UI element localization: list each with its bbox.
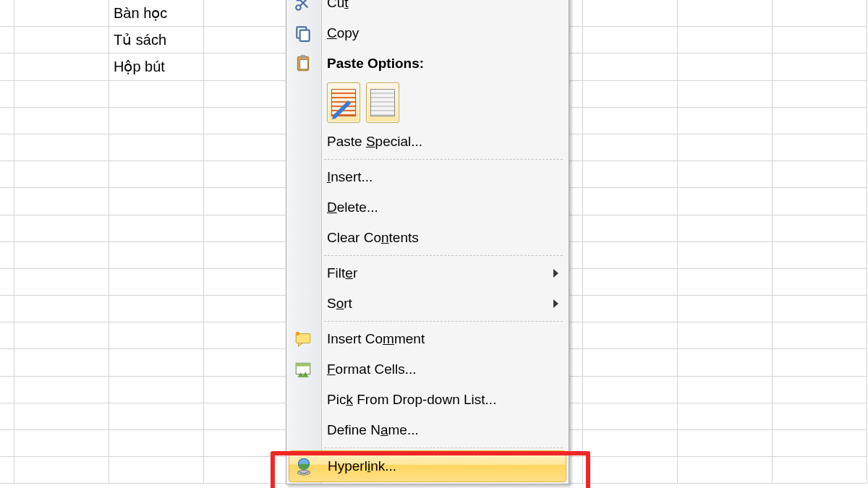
cell[interactable] (14, 215, 109, 242)
cell[interactable] (204, 322, 299, 349)
menu-item-cut[interactable]: Cut (286, 0, 569, 18)
cell[interactable] (109, 188, 204, 215)
cell[interactable] (773, 108, 867, 134)
cell[interactable] (109, 269, 204, 296)
cell[interactable] (0, 188, 14, 215)
cell[interactable] (109, 81, 204, 108)
menu-item-clear-contents[interactable]: Clear Contents (286, 223, 569, 253)
menu-item-copy[interactable]: Copy (286, 18, 569, 48)
cell[interactable] (583, 161, 678, 188)
cell[interactable] (678, 108, 773, 134)
cell[interactable] (773, 403, 867, 430)
cell[interactable] (204, 430, 299, 457)
cell[interactable] (14, 242, 109, 269)
cell[interactable] (204, 81, 299, 108)
cell[interactable] (678, 242, 773, 269)
menu-item-format-cells[interactable]: Format Cells... (286, 354, 569, 385)
cell[interactable] (14, 0, 109, 27)
cell[interactable] (583, 188, 678, 215)
cell[interactable] (14, 296, 109, 322)
cell[interactable] (0, 377, 14, 403)
cell[interactable] (583, 81, 678, 108)
menu-item-insert[interactable]: Insert... (286, 162, 569, 192)
cell[interactable] (14, 403, 109, 430)
cell[interactable] (583, 296, 678, 322)
cell[interactable] (14, 269, 109, 296)
cell[interactable] (583, 377, 678, 403)
cell[interactable] (0, 430, 14, 457)
cell[interactable] (583, 27, 678, 53)
cell[interactable] (583, 403, 678, 430)
cell[interactable] (109, 377, 204, 403)
cell[interactable] (14, 27, 109, 53)
cell[interactable] (773, 81, 867, 108)
cell[interactable]: Bàn học (109, 0, 204, 27)
cell[interactable] (204, 108, 299, 134)
cell[interactable] (773, 457, 867, 484)
cell[interactable] (0, 349, 14, 376)
cell[interactable] (14, 53, 109, 80)
cell[interactable] (0, 457, 14, 484)
cell[interactable] (204, 403, 299, 430)
cell[interactable] (678, 81, 773, 108)
menu-item-pick-from-list[interactable]: Pick From Drop-down List... (286, 385, 569, 415)
cell[interactable] (109, 457, 204, 484)
cell[interactable] (583, 0, 678, 27)
cell[interactable] (678, 188, 773, 215)
cell[interactable] (204, 215, 299, 242)
menu-item-sort[interactable]: Sort (286, 288, 569, 319)
cell[interactable] (14, 322, 109, 349)
cell[interactable] (583, 349, 678, 376)
cell[interactable] (678, 53, 773, 80)
cell[interactable] (773, 269, 867, 296)
cell[interactable] (678, 134, 773, 161)
cell[interactable] (204, 242, 299, 269)
cell[interactable] (204, 188, 299, 215)
cell[interactable] (678, 161, 773, 188)
cell[interactable] (109, 430, 204, 457)
cell[interactable] (773, 0, 867, 27)
cell[interactable] (678, 377, 773, 403)
cell[interactable] (14, 161, 109, 188)
cell[interactable] (14, 81, 109, 108)
cell[interactable] (773, 322, 867, 349)
cell[interactable] (0, 161, 14, 188)
cell[interactable] (773, 242, 867, 269)
cell[interactable] (14, 108, 109, 134)
cell[interactable] (0, 108, 14, 134)
cell[interactable] (678, 27, 773, 53)
cell[interactable] (583, 322, 678, 349)
cell[interactable] (773, 215, 867, 242)
menu-item-define-name[interactable]: Define Name... (286, 415, 569, 445)
cell[interactable] (109, 242, 204, 269)
menu-item-insert-comment[interactable]: Insert Comment (286, 324, 569, 354)
cell[interactable]: Tủ sách (109, 27, 204, 53)
cell[interactable] (14, 457, 109, 484)
cell[interactable] (204, 296, 299, 322)
cell[interactable] (0, 134, 14, 161)
cell[interactable] (204, 269, 299, 296)
paste-keep-formatting-icon[interactable] (327, 82, 360, 123)
cell[interactable] (773, 430, 867, 457)
cell[interactable] (773, 53, 867, 80)
menu-item-hyperlink[interactable]: Hyperlink... (289, 450, 566, 482)
cell[interactable] (204, 457, 299, 484)
cell[interactable] (204, 349, 299, 376)
cell[interactable] (109, 296, 204, 322)
cell[interactable] (109, 403, 204, 430)
cell[interactable] (14, 349, 109, 376)
cell[interactable] (109, 161, 204, 188)
cell[interactable] (14, 377, 109, 403)
cell[interactable] (0, 269, 14, 296)
cell[interactable] (583, 108, 678, 134)
cell[interactable] (678, 403, 773, 430)
cell[interactable] (0, 215, 14, 242)
cell[interactable] (109, 134, 204, 161)
cell[interactable] (0, 81, 14, 108)
cell[interactable] (583, 269, 678, 296)
cell[interactable] (204, 377, 299, 403)
menu-item-paste-special[interactable]: Paste Special... (286, 127, 569, 157)
cell[interactable] (678, 457, 773, 484)
cell[interactable] (583, 242, 678, 269)
cell[interactable] (773, 161, 867, 188)
